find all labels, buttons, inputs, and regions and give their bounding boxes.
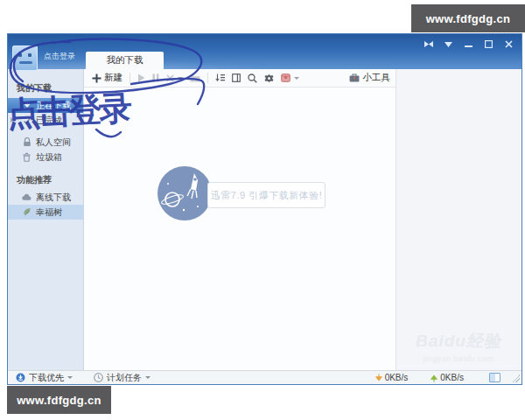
panel-toggle-icon[interactable] — [489, 373, 500, 382]
panel-icon — [232, 74, 241, 82]
chevron-down-icon — [178, 77, 183, 80]
window-controls — [421, 38, 516, 51]
sidebar-item-label: 幸福树 — [36, 206, 62, 219]
toolbar: 新建 — [84, 69, 396, 88]
up-arrow-icon — [430, 374, 438, 382]
center-column: 新建 — [84, 69, 396, 370]
sidebar-item-happiness-tree[interactable]: 幸福树 — [8, 205, 83, 220]
sidebar-item-label: 私人空间 — [36, 136, 71, 149]
tools-label: 小工具 — [363, 72, 391, 84]
rocket-planet-illustration — [158, 166, 212, 220]
trash-icon — [22, 152, 32, 162]
toolbox-icon — [349, 74, 360, 82]
sidebar-item-offline-download[interactable]: 离线下载 — [8, 190, 83, 205]
watermark-top-right: www.fdfgdg.cn — [411, 4, 525, 32]
statusbar: 下载优先 计划任务 0KB/s 0KB/s — [8, 370, 522, 384]
leaf-icon — [22, 207, 32, 217]
chevron-down-icon — [145, 376, 150, 379]
titlebar: 点击登录 我的下载 — [8, 34, 522, 69]
download-icon — [22, 101, 32, 110]
sidebar-item-completed[interactable]: 已完成 — [8, 113, 83, 128]
search-icon — [248, 74, 257, 83]
minimize-icon[interactable] — [461, 38, 476, 51]
folder-icon — [190, 74, 200, 82]
sidebar-item-label: 已完成 — [36, 115, 62, 127]
skin-butterfly-icon[interactable] — [421, 38, 436, 51]
sidebar-header-recommended: 功能推荐 — [8, 172, 83, 190]
window-body: 我的下载 正在下载 已完成 — [8, 69, 522, 370]
download-speed-value: 0KB/s — [385, 373, 409, 382]
avatar-eye-icon — [28, 53, 32, 57]
open-folder-button[interactable] — [190, 74, 200, 82]
avatar-eye-icon — [18, 53, 22, 57]
upload-speed: 0KB/s — [430, 373, 464, 382]
baidu-jingyan-watermark: Baidu经验 jingyan.baidu.com — [398, 330, 519, 363]
sidebar-item-label: 垃圾箱 — [36, 151, 62, 164]
toolbar-separator — [207, 73, 208, 83]
sort-button[interactable] — [215, 74, 225, 82]
red-packet-icon — [281, 74, 290, 82]
tools-button[interactable]: 小工具 — [349, 72, 391, 84]
tab-my-downloads[interactable]: 我的下载 — [86, 52, 164, 69]
screenshot-canvas: www.fdfgdg.cn www.fdfgdg.cn 点击登录 我的下载 — [0, 0, 525, 420]
sidebar-item-label: 正在下载 — [36, 100, 71, 112]
check-icon — [22, 116, 32, 125]
watermark-bottom-left: www.fdfgdg.cn — [7, 386, 111, 414]
baidu-watermark-url: jingyan.baidu.com — [398, 354, 519, 363]
download-priority-label: 下载优先 — [29, 372, 64, 384]
priority-globe-icon — [16, 373, 25, 382]
sidebar-header-my-downloads: 我的下载 — [8, 80, 83, 98]
play-icon — [137, 74, 145, 82]
chevron-down-icon — [67, 376, 73, 379]
sort-icon — [215, 74, 225, 82]
detail-panel-button[interactable] — [232, 74, 241, 82]
toolbar-separator — [130, 73, 130, 83]
maximize-icon[interactable] — [481, 38, 496, 51]
gear-icon — [264, 74, 274, 83]
right-info-panel: Baidu经验 jingyan.baidu.com — [396, 69, 522, 370]
download-priority-dropdown[interactable]: 下载优先 — [16, 372, 73, 384]
thunder-app-window: 点击登录 我的下载 — [7, 33, 522, 385]
download-list-area: 迅雷7.9 引爆下载新体验! — [84, 88, 396, 370]
resize-grip[interactable] — [512, 374, 520, 382]
settings-button[interactable] — [264, 74, 274, 83]
start-button[interactable] — [137, 74, 145, 82]
new-task-button[interactable]: 新建 — [92, 72, 122, 84]
sidebar-item-downloading[interactable]: 正在下载 — [8, 98, 83, 113]
scheduled-tasks-label: 计划任务 — [107, 372, 142, 384]
upload-speed-value: 0KB/s — [440, 373, 464, 382]
sidebar-item-label: 离线下载 — [36, 192, 71, 204]
expander-arrow-icon[interactable] — [10, 117, 14, 122]
baidu-watermark-text: Baidu经验 — [416, 330, 501, 353]
speed-indicators: 0KB/s 0KB/s — [375, 373, 464, 382]
chevron-down-icon — [294, 77, 299, 80]
lock-icon — [22, 137, 32, 147]
pause-icon — [152, 74, 159, 82]
plus-icon — [92, 74, 102, 83]
login-link[interactable]: 点击登录 — [44, 51, 75, 62]
down-arrow-icon — [375, 374, 382, 382]
user-avatar[interactable] — [12, 46, 38, 71]
red-packet-button[interactable] — [281, 74, 299, 82]
pause-button[interactable] — [152, 74, 159, 82]
sidebar-item-private-space[interactable]: 私人空间 — [8, 135, 83, 150]
cloud-icon — [22, 192, 32, 202]
download-speed: 0KB/s — [375, 373, 409, 382]
search-button[interactable] — [248, 74, 257, 83]
sidebar: 我的下载 正在下载 已完成 — [8, 69, 84, 370]
clock-icon — [94, 373, 103, 382]
mini-mode-icon[interactable] — [441, 38, 456, 51]
delete-x-icon — [166, 74, 174, 82]
avatar-mouth-icon — [19, 61, 32, 64]
new-task-label: 新建 — [104, 72, 122, 84]
sidebar-item-trash[interactable]: 垃圾箱 — [8, 150, 83, 164]
scheduled-tasks-dropdown[interactable]: 计划任务 — [94, 372, 150, 384]
promo-banner[interactable]: 迅雷7.9 引爆下载新体验! — [207, 182, 326, 208]
delete-button[interactable] — [166, 74, 183, 82]
close-icon[interactable] — [501, 38, 516, 51]
